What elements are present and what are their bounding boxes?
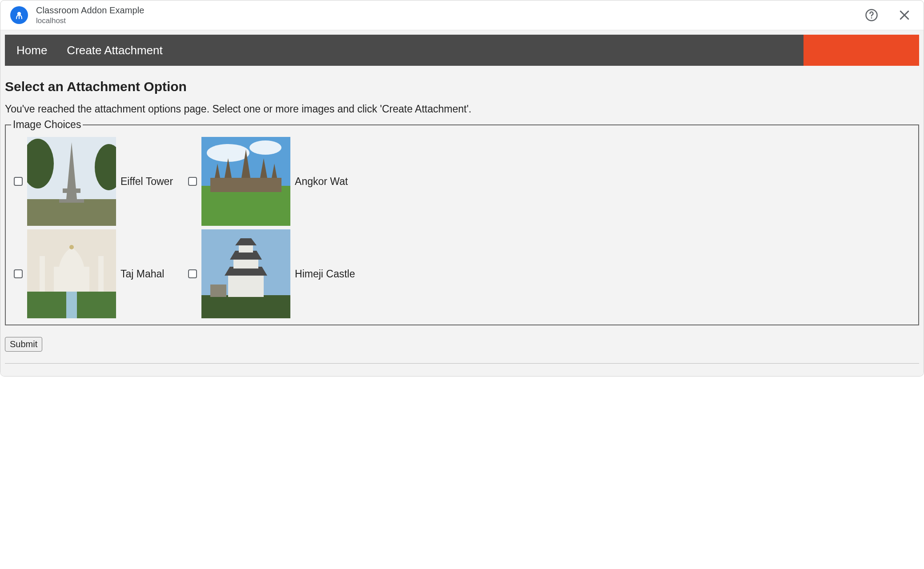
choice-thumb-eiffel-tower bbox=[27, 137, 116, 226]
choice-thumb-himeji-castle bbox=[201, 229, 290, 318]
svg-rect-21 bbox=[54, 267, 89, 292]
svg-point-22 bbox=[69, 245, 74, 249]
svg-rect-6 bbox=[63, 188, 80, 193]
help-icon bbox=[865, 8, 878, 22]
svg-rect-23 bbox=[40, 256, 45, 292]
choice-label-taj-mahal: Taj Mahal bbox=[121, 268, 181, 280]
dialog-title-wrap: Classroom Addon Example localhost bbox=[36, 5, 145, 25]
svg-rect-7 bbox=[59, 199, 84, 203]
svg-rect-14 bbox=[210, 178, 281, 192]
svg-point-2 bbox=[871, 17, 872, 19]
svg-rect-35 bbox=[210, 284, 226, 297]
image-choices-fieldset: Image Choices Eiffel Tower bbox=[5, 119, 919, 325]
choice-thumb-taj-mahal bbox=[27, 229, 116, 318]
close-button[interactable] bbox=[895, 6, 914, 24]
dialog-title: Classroom Addon Example bbox=[36, 5, 145, 16]
navbar: Home Create Attachment bbox=[5, 35, 919, 66]
svg-rect-4 bbox=[27, 199, 116, 226]
svg-rect-24 bbox=[98, 256, 104, 292]
choice-checkbox-himeji-castle[interactable] bbox=[188, 269, 197, 278]
addon-dialog: Classroom Addon Example localhost Home C… bbox=[0, 0, 924, 377]
choice-checkbox-taj-mahal[interactable] bbox=[14, 269, 23, 278]
choice-label-eiffel-tower: Eiffel Tower bbox=[121, 176, 181, 188]
dialog-header: Classroom Addon Example localhost bbox=[0, 0, 924, 30]
choice-thumb-angkor-wat bbox=[201, 137, 290, 226]
svg-rect-26 bbox=[66, 292, 77, 318]
nav-create-attachment[interactable]: Create Attachment bbox=[57, 35, 172, 66]
image-choice-grid: Eiffel Tower bbox=[11, 137, 913, 318]
addon-app-icon bbox=[10, 6, 28, 24]
horizontal-rule bbox=[5, 363, 919, 364]
close-icon bbox=[898, 8, 911, 22]
choice-label-angkor-wat: Angkor Wat bbox=[295, 176, 363, 188]
help-button[interactable] bbox=[862, 6, 881, 24]
dialog-subtitle: localhost bbox=[36, 16, 145, 25]
choice-checkbox-angkor-wat[interactable] bbox=[188, 177, 197, 186]
svg-rect-28 bbox=[201, 295, 290, 318]
dialog-body: Home Create Attachment Select an Attachm… bbox=[0, 30, 924, 376]
fieldset-legend: Image Choices bbox=[11, 119, 83, 131]
nav-home[interactable]: Home bbox=[5, 35, 57, 66]
submit-button[interactable]: Submit bbox=[5, 337, 42, 352]
choice-label-himeji-castle: Himeji Castle bbox=[295, 268, 363, 280]
page-title: Select an Attachment Option bbox=[5, 79, 919, 94]
navbar-accent bbox=[803, 35, 919, 66]
choice-checkbox-eiffel-tower[interactable] bbox=[14, 177, 23, 186]
svg-point-12 bbox=[249, 140, 281, 155]
svg-rect-29 bbox=[228, 274, 264, 297]
page-description: You've reached the attachment options pa… bbox=[5, 103, 919, 115]
